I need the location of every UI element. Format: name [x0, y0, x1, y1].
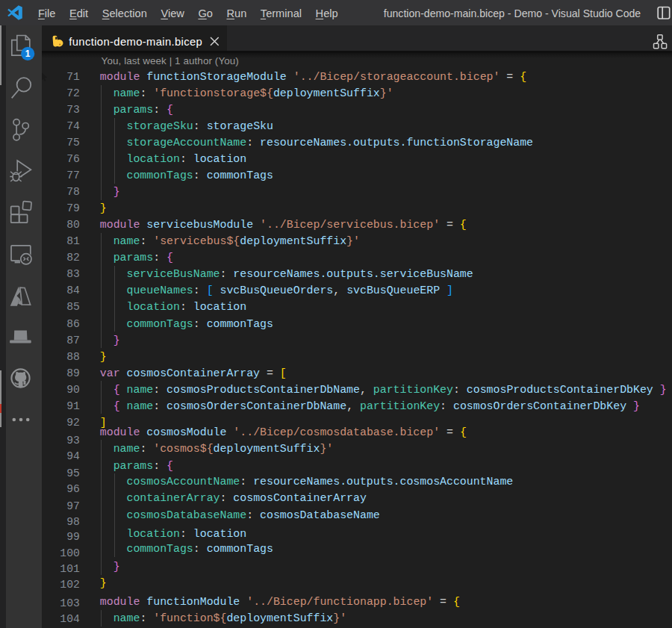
- svg-text:1: 1: [25, 49, 31, 59]
